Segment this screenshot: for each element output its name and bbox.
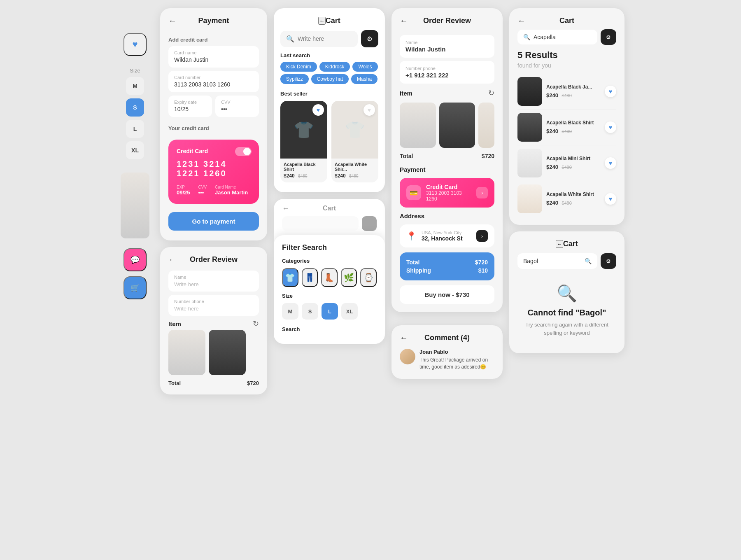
item-img-placeholder-1	[168, 330, 205, 375]
comment-row-1: Joan Pablo This Great! Package arrived o…	[400, 349, 494, 371]
nf-cart-title: Cart	[563, 240, 578, 248]
cat-boots[interactable]: 👢	[321, 268, 338, 287]
pli-heart-2[interactable]: ♥	[605, 121, 616, 133]
cart-back-btn[interactable]: ←	[318, 17, 325, 25]
shipping-label: Shipping	[406, 267, 431, 274]
product-list-item-3[interactable]: Acapella Mini Shirt $240 $480 ♥	[517, 145, 616, 181]
or-phone-field[interactable]: Number phone Write here	[168, 295, 259, 316]
expiry-cvv-row: Expiry date 10/25 CVV •••	[168, 96, 259, 120]
sr-cart-title: Cart	[559, 16, 574, 25]
commenter-avatar	[400, 349, 415, 364]
tag-kiddrock[interactable]: Kiddrock	[319, 62, 350, 72]
nf-subtitle: Try searching again with a different spe…	[522, 321, 612, 337]
size-m-btn[interactable]: M	[126, 77, 144, 95]
product-list: Acapella Black Ja... $240 $480 ♥ Acapell…	[517, 74, 616, 217]
sr-results-header: 5 Results found for you	[517, 50, 616, 69]
payment-title: Payment	[198, 16, 229, 25]
product-card-1[interactable]: 👕 ♥ Acapella Black Shirt $240 $480	[280, 101, 327, 182]
pli-old-price-3: $480	[562, 165, 571, 170]
or-item-img-placeholder-3	[478, 103, 494, 148]
pli-heart-3[interactable]: ♥	[605, 157, 616, 169]
product-heart-2[interactable]: ♥	[364, 104, 375, 116]
price-total-row: Total $720	[406, 258, 488, 266]
tags-row: Kick Denim Kiddrock Woles Sypilizz Cowbo…	[280, 62, 378, 84]
cart-search-box[interactable]: 🔍	[280, 31, 358, 47]
size-xl-btn[interactable]: XL	[126, 141, 144, 159]
pli-old-price-2: $480	[562, 129, 571, 134]
product-list-item-4[interactable]: Acapella White Shirt $240 $480 ♥	[517, 181, 616, 217]
chat-button[interactable]: 💬	[124, 248, 147, 271]
or-name-field[interactable]: Name Write here	[168, 271, 259, 292]
expiry-value: 10/25	[174, 106, 189, 112]
tag-woles[interactable]: Woles	[352, 62, 377, 72]
cc-toggle[interactable]	[235, 147, 252, 156]
results-title: 5 Results	[517, 50, 616, 61]
or-item-img-3	[478, 103, 494, 148]
cat-shirt[interactable]: 👕	[282, 268, 298, 287]
payment-card-arrow: ›	[476, 187, 488, 198]
pli-heart-1[interactable]: ♥	[605, 86, 616, 97]
or-main-back-btn[interactable]: ←	[400, 16, 408, 26]
tag-kick-denim[interactable]: Kick Denim	[280, 62, 317, 72]
product-list-item-1[interactable]: Acapella Black Ja... $240 $480 ♥	[517, 74, 616, 110]
go-payment-button[interactable]: Go to payment	[168, 212, 259, 231]
cart-main-panel: ← Cart 🔍 ⚙ Last search Kick Denim Kiddro…	[274, 8, 385, 192]
cart-button[interactable]: 🛒	[124, 276, 147, 299]
sr-back-btn[interactable]: ←	[517, 16, 526, 26]
sr-filter-btn[interactable]: ⚙	[601, 29, 616, 45]
or-item-header: Item ↻	[168, 319, 259, 328]
cart-search-row: 🔍 ⚙	[274, 30, 385, 52]
cat-pants[interactable]: 👖	[302, 268, 318, 287]
add-credit-card-label: Add credit card	[168, 37, 259, 43]
cart-search-input[interactable]	[298, 35, 352, 42]
or-main-refresh-icon[interactable]: ↻	[488, 89, 494, 98]
size-l-btn[interactable]: L	[126, 120, 144, 138]
tag-cowboy[interactable]: Cowboy hat	[311, 74, 349, 84]
card-number-value: 3113 2003 3103 1260	[174, 81, 230, 88]
pli-info-2: Acapella Black Shirt $240 $480	[546, 120, 601, 135]
filter-button[interactable]: ⚙	[361, 30, 378, 47]
item-image-2	[209, 330, 246, 375]
filter-back-icon: ←	[282, 204, 289, 213]
heart-button[interactable]: ♥	[124, 33, 147, 56]
filter-overlay: Filter Search Categories 👕 👖 👢 🌿 ⌚ Size …	[274, 235, 385, 344]
size-filter-s[interactable]: S	[302, 303, 318, 320]
address-city: USA, New York City	[422, 230, 471, 235]
comment-back-btn[interactable]: ←	[400, 333, 408, 343]
buy-button[interactable]: Buy now - $730	[400, 285, 494, 304]
payment-section-title: Payment	[400, 166, 494, 173]
or-main-phone-field: Number phone +1 912 321 222	[400, 61, 494, 84]
or-phone-placeholder: Write here	[174, 306, 253, 312]
product-list-item-2[interactable]: Acapella Black Shirt $240 $480 ♥	[517, 110, 616, 145]
sr-search-value: Acapella	[534, 34, 556, 40]
refresh-icon[interactable]: ↻	[253, 319, 259, 328]
card-name-label: Card name	[174, 50, 253, 55]
nf-search-box[interactable]: Bagol 🔍	[517, 253, 597, 269]
pli-heart-4[interactable]: ♥	[605, 193, 616, 205]
or-bottom-back-btn[interactable]: ←	[168, 255, 177, 264]
cc-exp: EXP 09/25	[177, 185, 190, 196]
col4: ← Order Review Name Wildan Justin Number…	[391, 8, 503, 379]
address-row[interactable]: 📍 USA, New York City 32, Hancock St ›	[400, 224, 494, 247]
size-filter-xl[interactable]: XL	[341, 303, 358, 320]
cvv-value: •••	[221, 106, 227, 112]
nf-search-value: Bagol	[523, 258, 538, 264]
cat-watch[interactable]: ⌚	[360, 268, 377, 287]
payment-back-btn[interactable]: ←	[168, 16, 177, 26]
size-s-btn[interactable]: S	[126, 98, 144, 117]
cart-icon: 🛒	[130, 283, 140, 292]
tag-masha[interactable]: Masha	[351, 74, 377, 84]
sr-search-box[interactable]: 🔍 Acapella	[517, 30, 597, 44]
product-heart-1[interactable]: ♥	[312, 104, 324, 116]
product-card-2[interactable]: 👕 ♥ Acapella White Shir... $240 $480	[331, 101, 378, 182]
nf-back-btn[interactable]: ←	[556, 240, 563, 248]
pli-heart-icon-1: ♥	[609, 88, 612, 95]
or-main-item-label: Item	[400, 90, 412, 97]
size-filter-l[interactable]: L	[322, 303, 338, 320]
tag-sypilizz[interactable]: Sypilizz	[280, 74, 309, 84]
payment-card-row[interactable]: 💳 Credit Card 3113 2003 3103 1260 ›	[400, 178, 494, 208]
size-filter-m[interactable]: M	[282, 303, 298, 320]
cat-plant[interactable]: 🌿	[341, 268, 357, 287]
pli-price-2: $240	[546, 128, 558, 134]
nf-filter-btn[interactable]: ⚙	[601, 253, 616, 269]
